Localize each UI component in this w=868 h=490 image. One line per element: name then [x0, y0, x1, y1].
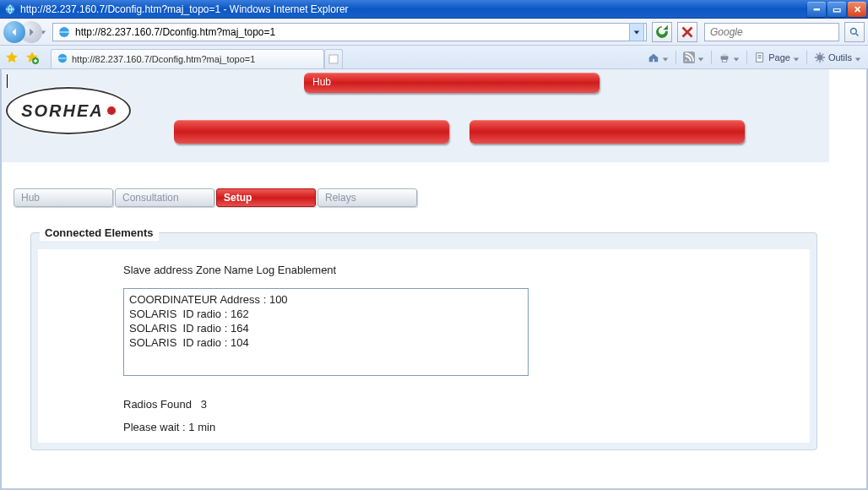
top-button-3[interactable] [469, 120, 745, 144]
svg-rect-10 [757, 52, 763, 62]
page-menu-label: Page [768, 52, 790, 63]
sub-nav: Hub Consultation Setup Relays [14, 188, 829, 207]
address-input[interactable] [73, 25, 629, 39]
please-wait-label: Please wait : [123, 421, 186, 433]
subtab-label: Setup [224, 192, 252, 204]
nav-toolbar [0, 19, 868, 46]
svg-rect-7 [721, 56, 729, 59]
search-button[interactable] [844, 22, 865, 42]
tab-strip: http://82.237.160.7/Dconfig.htm?maj_topo… [0, 46, 868, 69]
search-input[interactable] [708, 25, 839, 39]
svg-rect-9 [723, 59, 727, 62]
subtab-relays[interactable]: Relays [317, 188, 417, 207]
window-minimize-button[interactable]: ━ [807, 2, 826, 17]
svg-rect-5 [329, 55, 338, 63]
radios-found-line: Radios Found 3 [123, 398, 784, 411]
window-close-button[interactable]: ✕ [848, 2, 866, 17]
refresh-button[interactable] [652, 22, 672, 42]
panel-legend: Connected Elements [40, 225, 159, 241]
favorites-center-button[interactable] [3, 49, 20, 66]
tools-menu-label: Outils [828, 52, 852, 63]
svg-rect-8 [723, 53, 727, 56]
document-tab-label: http://82.237.160.7/Dconfig.htm?maj_topo… [72, 54, 255, 64]
header-band: SORHEA Hub [2, 69, 829, 163]
page-icon [57, 25, 71, 39]
elements-listbox[interactable]: COORDINATEUR Address : 100 SOLARIS ID ra… [123, 288, 529, 376]
svg-point-2 [851, 28, 857, 34]
add-favorite-button[interactable] [24, 49, 41, 66]
search-box[interactable] [704, 23, 839, 41]
logo-dot-icon [107, 106, 116, 115]
text-caret [7, 74, 8, 88]
subtab-setup[interactable]: Setup [216, 188, 316, 207]
back-button[interactable] [3, 21, 25, 43]
top-button-hub[interactable]: Hub [304, 73, 599, 93]
subtab-hub[interactable]: Hub [14, 188, 113, 207]
feeds-button[interactable] [680, 48, 708, 67]
page-content: SORHEA Hub Hub Consultation Setup Relays [2, 69, 829, 450]
window-title: http://82.237.160.7/Dconfig.htm?maj_topo… [20, 3, 807, 15]
subtab-label: Relays [325, 192, 356, 204]
new-tab-button[interactable] [324, 49, 343, 68]
please-wait-line: Please wait : 1 min [123, 421, 784, 433]
connected-elements-panel: Connected Elements Slave address Zone Na… [30, 232, 817, 450]
radios-found-value: 3 [201, 398, 207, 411]
svg-point-11 [816, 54, 822, 60]
subtab-label: Hub [21, 192, 40, 204]
window-titlebar: http://82.237.160.7/Dconfig.htm?maj_topo… [0, 0, 868, 19]
page-menu-button[interactable]: Page [751, 48, 803, 67]
subtab-consultation[interactable]: Consultation [115, 188, 214, 207]
address-bar[interactable] [52, 23, 647, 41]
top-button-hub-label: Hub [312, 76, 331, 88]
stop-button[interactable] [677, 22, 697, 42]
document-tab[interactable]: http://82.237.160.7/Dconfig.htm?maj_topo… [51, 49, 324, 68]
address-dropdown[interactable] [629, 23, 644, 41]
viewport: SORHEA Hub Hub Consultation Setup Relays [0, 69, 868, 490]
logo-text: SORHEA [21, 101, 104, 121]
radios-found-label: Radios Found [123, 398, 192, 411]
window-maximize-button[interactable]: ▭ [827, 2, 846, 17]
tools-menu-button[interactable]: Outils [811, 48, 865, 67]
print-button[interactable] [715, 48, 743, 67]
subtab-label: Consultation [122, 192, 179, 204]
home-button[interactable] [644, 48, 672, 67]
please-wait-value: 1 min [188, 421, 215, 433]
columns-header: Slave address Zone Name Log Enablement [123, 264, 784, 276]
top-button-2[interactable] [174, 120, 449, 144]
ie-icon [57, 52, 68, 66]
ie-icon [3, 3, 17, 16]
logo: SORHEA [5, 86, 132, 135]
